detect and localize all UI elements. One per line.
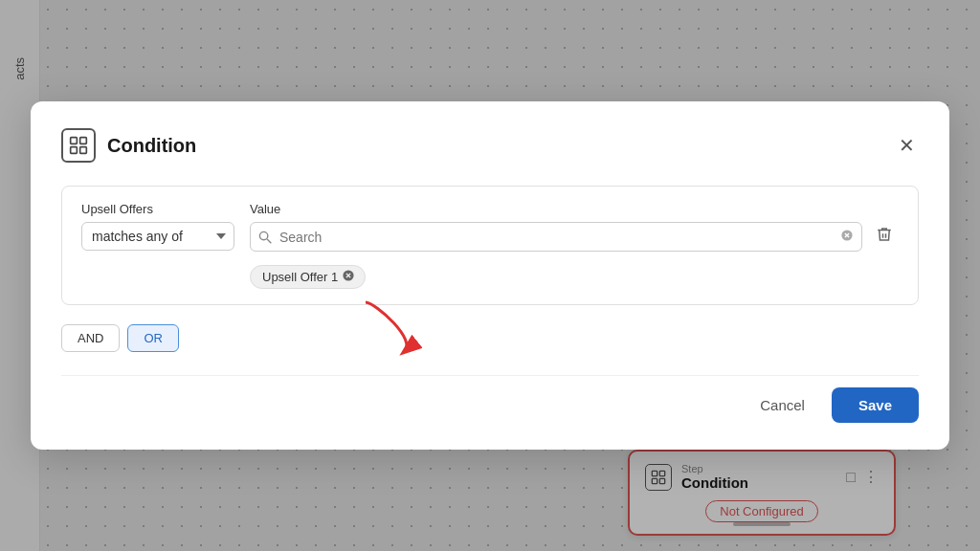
condition-row: Upsell Offers matches any of matches all… xyxy=(61,186,919,305)
logic-row: AND OR xyxy=(61,324,919,352)
modal-footer: Cancel Save xyxy=(61,375,919,423)
field-label: Upsell Offers xyxy=(81,202,234,216)
svg-line-9 xyxy=(267,239,271,243)
tag-label: Upsell Offer 1 xyxy=(262,270,338,284)
modal-title: Condition xyxy=(107,135,895,157)
search-clear-button[interactable] xyxy=(840,229,854,245)
field-group: Upsell Offers matches any of matches all… xyxy=(81,202,234,251)
modal-condition-icon xyxy=(61,128,96,163)
tags-row: Upsell Offer 1 xyxy=(250,265,899,289)
and-button[interactable]: AND xyxy=(61,324,120,352)
tag-upsell-offer-1: Upsell Offer 1 xyxy=(250,265,366,289)
search-box xyxy=(250,222,862,252)
tag-remove-button[interactable] xyxy=(342,269,355,285)
modal-close-button[interactable]: ✕ xyxy=(895,132,919,159)
save-button[interactable]: Save xyxy=(832,387,919,423)
svg-rect-5 xyxy=(80,138,87,144)
condition-modal: Condition ✕ Upsell Offers matches any of… xyxy=(31,101,949,450)
operator-select[interactable]: matches any of matches all of does not m… xyxy=(81,222,234,251)
svg-point-8 xyxy=(259,231,267,239)
svg-rect-4 xyxy=(71,138,78,144)
condition-fields: Upsell Offers matches any of matches all… xyxy=(81,202,899,289)
search-row xyxy=(250,222,899,252)
svg-rect-7 xyxy=(80,147,87,154)
or-button[interactable]: OR xyxy=(127,324,179,352)
cancel-button[interactable]: Cancel xyxy=(745,387,820,423)
search-icon xyxy=(258,231,272,244)
search-input[interactable] xyxy=(279,230,833,245)
modal-header: Condition ✕ xyxy=(61,128,919,163)
delete-condition-button[interactable] xyxy=(870,222,899,252)
value-group: Value xyxy=(250,202,899,289)
value-label: Value xyxy=(250,202,899,216)
svg-rect-6 xyxy=(71,147,78,154)
modal-overlay: Condition ✕ Upsell Offers matches any of… xyxy=(0,0,980,551)
